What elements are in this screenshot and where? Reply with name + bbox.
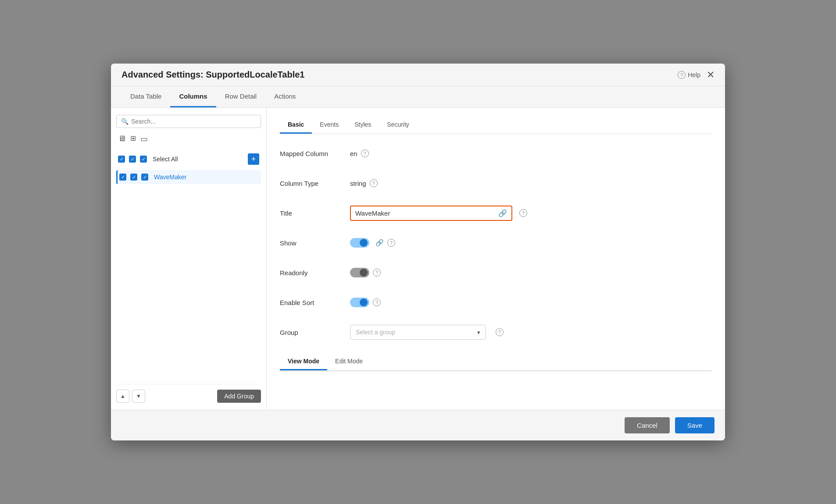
tab-columns[interactable]: Columns [170,86,216,107]
tab-data-table[interactable]: Data Table [121,86,170,107]
right-panel: Basic Events Styles Security Mapped Colu… [267,108,725,410]
readonly-info-icon[interactable]: ? [373,269,381,277]
add-group-button[interactable]: Add Group [217,390,261,403]
enable-sort-toggle[interactable] [350,298,369,307]
column-type-row: Column Type string ? [280,174,712,192]
title-input[interactable] [355,209,496,217]
column-type-text: string [350,180,366,187]
checkbox-select-all-1[interactable] [118,156,125,163]
select-all-label: Select All [153,156,246,163]
move-up-button[interactable]: ▲ [116,390,129,403]
header-right: ? Help ✕ [678,70,715,80]
title-info-icon[interactable]: ? [519,209,527,217]
mapped-column-text: en [350,150,357,157]
sub-tab-view-mode[interactable]: View Mode [280,353,327,370]
wavemaker-row[interactable]: WaveMaker [116,170,261,184]
tab-actions[interactable]: Actions [265,86,304,107]
column-type-value: string ? [350,179,378,187]
show-link-icon[interactable]: 🔗 [375,239,384,247]
enable-sort-row: Enable Sort ? [280,294,712,311]
group-dropdown[interactable]: Select a group ▾ [350,325,486,340]
column-type-label: Column Type [280,180,350,187]
inner-tab-events[interactable]: Events [312,117,347,134]
show-label: Show [280,239,350,247]
device-icons: 🖥 ⊞ ▭ [116,134,261,144]
mapped-column-value: en ? [350,149,369,157]
wavemaker-label: WaveMaker [154,174,259,181]
enable-sort-info-icon[interactable]: ? [373,298,381,306]
mobile-icon[interactable]: ▭ [140,134,148,144]
readonly-value: ? [350,268,381,277]
sub-tabs: View Mode Edit Mode [280,353,712,371]
readonly-toggle[interactable] [350,268,369,277]
checkbox-wavemaker-3[interactable] [141,174,148,181]
checkbox-select-all-3[interactable] [140,156,147,163]
search-icon: 🔍 [121,118,129,125]
dialog-header: Advanced Settings: SupportedLocaleTable1… [111,64,725,86]
title-link-icon[interactable]: 🔗 [498,209,507,217]
mapped-column-info-icon[interactable]: ? [361,149,369,157]
advanced-settings-dialog: Advanced Settings: SupportedLocaleTable1… [111,64,725,440]
checkbox-select-all-2[interactable] [129,156,136,163]
enable-sort-toggle-thumb [360,298,368,306]
main-tabs: Data Table Columns Row Detail Actions [111,86,725,108]
group-value: Select a group ▾ ? [350,325,504,340]
inner-tabs: Basic Events Styles Security [280,117,712,134]
readonly-toggle-thumb [360,269,368,277]
inner-tab-basic[interactable]: Basic [280,117,312,134]
column-type-info-icon[interactable]: ? [370,179,378,187]
search-input[interactable] [131,118,256,125]
dialog-title: Advanced Settings: SupportedLocaleTable1 [121,70,304,80]
tablet-icon[interactable]: ⊞ [130,134,136,144]
move-down-button[interactable]: ▼ [132,390,145,403]
readonly-row: Readonly ? [280,264,712,281]
add-column-button[interactable]: + [248,153,259,165]
left-panel: 🔍 🖥 ⊞ ▭ Select All + [111,108,267,410]
left-bottom-controls: ▲ ▼ Add Group [116,384,261,403]
inner-tab-styles[interactable]: Styles [347,117,379,134]
cancel-button[interactable]: Cancel [625,417,670,433]
show-toggle-thumb [360,239,368,247]
show-value: 🔗 ? [350,238,395,248]
help-button[interactable]: ? Help [678,71,700,79]
mapped-column-label: Mapped Column [280,150,350,157]
enable-sort-value: ? [350,298,381,307]
save-button[interactable]: Save [675,417,715,433]
dialog-body: 🔍 🖥 ⊞ ▭ Select All + [111,108,725,410]
chevron-down-icon: ▾ [477,329,480,336]
group-info-icon[interactable]: ? [496,328,504,336]
inner-tab-security[interactable]: Security [379,117,417,134]
dialog-footer: Cancel Save [111,410,725,440]
arrow-buttons: ▲ ▼ [116,390,145,403]
help-circle-icon: ? [678,71,686,79]
checkbox-wavemaker-2[interactable] [130,174,137,181]
title-row: Title 🔗 ? [280,204,712,222]
group-dropdown-placeholder: Select a group [356,329,395,336]
help-label: Help [688,71,700,78]
group-row: Group Select a group ▾ ? [280,323,712,341]
show-info-icon[interactable]: ? [387,239,395,247]
title-field-wrap: 🔗 [350,206,512,221]
sub-tab-edit-mode[interactable]: Edit Mode [327,353,371,370]
desktop-icon[interactable]: 🖥 [118,134,126,144]
title-label: Title [280,209,350,217]
show-row: Show 🔗 ? [280,234,712,252]
mapped-column-row: Mapped Column en ? [280,145,712,162]
search-box: 🔍 [116,115,261,128]
enable-sort-label: Enable Sort [280,299,350,306]
select-all-row: Select All + [116,150,261,168]
group-label: Group [280,329,350,336]
title-field-container: 🔗 ? [350,206,527,221]
checkbox-wavemaker-1[interactable] [119,174,126,181]
tab-row-detail[interactable]: Row Detail [216,86,266,107]
close-button[interactable]: ✕ [707,70,715,80]
readonly-label: Readonly [280,269,350,277]
column-list: Select All + WaveMaker [116,150,261,380]
show-toggle[interactable] [350,238,369,248]
